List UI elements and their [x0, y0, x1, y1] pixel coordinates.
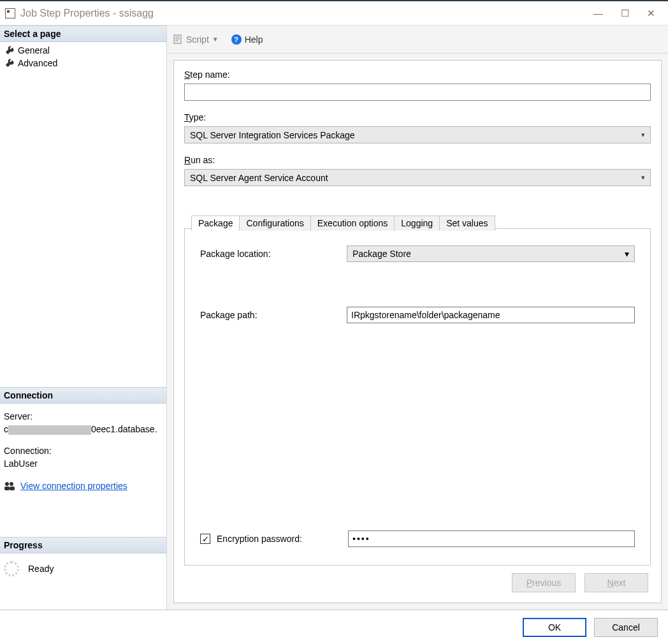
content-area: Step name: Type: SQL Server Integration …: [173, 60, 662, 603]
tab-configurations[interactable]: Configurations: [239, 216, 310, 231]
minimize-button[interactable]: —: [593, 8, 603, 19]
app-icon: [5, 8, 15, 18]
left-panel: Select a page General Advanced Connectio…: [0, 26, 167, 610]
close-button[interactable]: ✕: [647, 8, 655, 19]
wrench-icon: [5, 59, 14, 68]
nav-item-advanced[interactable]: Advanced: [3, 57, 164, 70]
help-button[interactable]: ? Help: [231, 34, 263, 45]
svg-rect-2: [4, 487, 10, 490]
svg-point-0: [5, 482, 9, 486]
tab-package[interactable]: Package: [191, 216, 240, 231]
svg-rect-3: [10, 487, 15, 490]
type-label: Type:: [184, 112, 651, 122]
maximize-button[interactable]: ☐: [621, 8, 629, 19]
script-icon: [173, 34, 183, 44]
window-title: Job Step Properties - ssisagg: [20, 8, 593, 19]
cancel-button[interactable]: Cancel: [594, 618, 658, 637]
progress-header: Progress: [0, 537, 166, 553]
wrench-icon: [5, 46, 14, 55]
encryption-password-input[interactable]: [348, 531, 635, 547]
chevron-down-icon: ▼: [212, 36, 219, 43]
ok-button[interactable]: OK: [523, 618, 586, 637]
connection-body: Server: c0eec1.database. Connection: Lab…: [0, 404, 166, 499]
type-value: SQL Server Integration Services Package: [190, 130, 355, 140]
dialog-footer: OK Cancel: [0, 610, 668, 644]
server-value: c0eec1.database.: [4, 423, 163, 435]
chevron-down-icon: ▾: [641, 131, 645, 139]
step-name-label: Step name:: [184, 70, 651, 80]
people-icon: [4, 481, 15, 491]
select-page-header: Select a page: [0, 26, 166, 42]
next-button[interactable]: Next: [584, 573, 648, 592]
connection-header: Connection: [0, 387, 166, 404]
svg-point-1: [10, 482, 13, 486]
tab-logging[interactable]: Logging: [394, 216, 440, 231]
chevron-down-icon: ▾: [625, 249, 629, 259]
type-combo[interactable]: SQL Server Integration Services Package …: [184, 126, 651, 143]
toolbar: Script ▼ ? Help: [167, 26, 668, 54]
package-path-label: Package path:: [200, 310, 347, 320]
tab-execution-options[interactable]: Execution options: [310, 216, 395, 231]
spinner-icon: [4, 561, 19, 576]
package-path-input[interactable]: [347, 307, 635, 323]
tab-set-values[interactable]: Set values: [439, 216, 495, 231]
server-label: Server:: [4, 410, 163, 423]
right-panel: Script ▼ ? Help Step name: Type: SQL Ser…: [167, 26, 668, 610]
run-as-combo[interactable]: SQL Server Agent Service Account ▾: [184, 169, 651, 186]
title-bar: Job Step Properties - ssisagg — ☐ ✕: [0, 0, 668, 26]
run-as-value: SQL Server Agent Service Account: [190, 173, 328, 183]
connection-value: LabUser: [4, 457, 163, 470]
run-as-label: Run as:: [184, 155, 651, 165]
view-connection-properties-link[interactable]: View connection properties: [20, 479, 127, 492]
tab-container: Package Configurations Execution options…: [184, 228, 651, 566]
redacted-block: [8, 425, 91, 435]
previous-button[interactable]: Previous: [512, 573, 576, 592]
connection-label: Connection:: [4, 444, 163, 457]
nav-item-label: General: [18, 45, 50, 55]
package-location-value: Package Store: [352, 249, 411, 259]
progress-status: Ready: [28, 564, 54, 574]
nav-item-label: Advanced: [18, 58, 57, 68]
script-button[interactable]: Script ▼: [173, 34, 219, 45]
help-icon: ?: [231, 34, 242, 45]
package-location-label: Package location:: [200, 249, 347, 259]
encryption-checkbox[interactable]: ✓: [200, 534, 210, 544]
nav-item-general[interactable]: General: [3, 44, 164, 57]
encryption-password-label: Encryption password:: [217, 534, 348, 544]
chevron-down-icon: ▾: [641, 173, 645, 182]
step-name-input[interactable]: [184, 84, 651, 101]
package-location-combo[interactable]: Package Store ▾: [347, 245, 635, 262]
